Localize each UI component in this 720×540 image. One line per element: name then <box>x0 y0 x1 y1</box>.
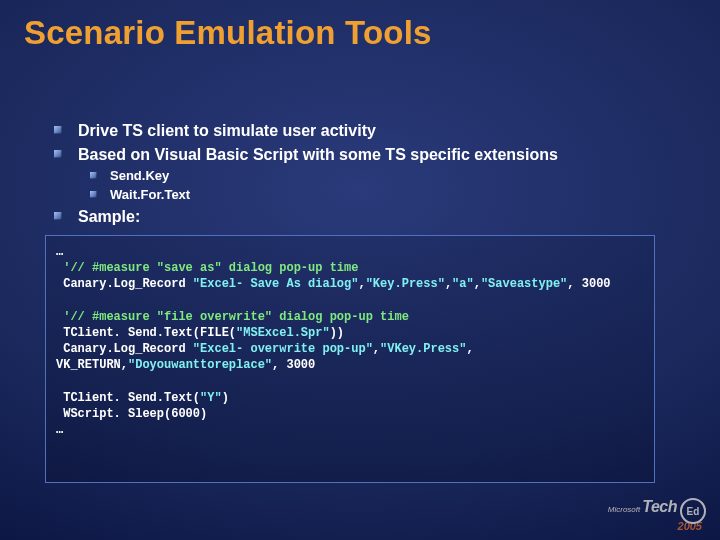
code-comment: '// #measure "file overwrite" dialog pop… <box>56 310 409 324</box>
code-text: , <box>445 277 452 291</box>
code-text: , <box>474 277 481 291</box>
bullet-l1: Sample: <box>54 206 680 228</box>
teched-logo: Microsoft Tech Ed 2005 <box>608 495 706 532</box>
code-text: , <box>373 342 380 356</box>
bullet-l2: Send.Key <box>90 167 680 185</box>
code-string: "a" <box>452 277 474 291</box>
code-string: "MSExcel.Spr" <box>236 326 330 340</box>
code-text: TClient. Send.Text(FILE( <box>56 326 236 340</box>
code-text: Canary.Log_Record <box>56 342 193 356</box>
code-string: "Key.Press" <box>366 277 445 291</box>
code-string: "Saveastype" <box>481 277 567 291</box>
code-text: , 3000 <box>272 358 315 372</box>
logo-top-row: Microsoft Tech Ed <box>608 495 706 521</box>
logo-microsoft: Microsoft <box>608 505 640 514</box>
code-string: "VKey.Press" <box>380 342 466 356</box>
code-text: , 3000 <box>567 277 610 291</box>
code-ellipsis: … <box>56 245 63 259</box>
code-text: )) <box>330 326 344 340</box>
code-string: "Y" <box>200 391 222 405</box>
code-comment: '// #measure "save as" dialog pop-up tim… <box>56 261 358 275</box>
code-sample-box: … '// #measure "save as" dialog pop-up t… <box>45 235 655 483</box>
logo-ed-circle: Ed <box>680 498 706 524</box>
code-text: , <box>358 277 365 291</box>
code-string: "Doyouwanttoreplace" <box>128 358 272 372</box>
bullet-list: Drive TS client to simulate user activit… <box>54 120 680 229</box>
bullet-l2: Wait.For.Text <box>90 186 680 204</box>
code-ellipsis: … <box>56 423 63 437</box>
code-text: WScript. Sleep(6000) <box>56 407 207 421</box>
code-text: TClient. Send.Text( <box>56 391 200 405</box>
bullet-l1: Based on Visual Basic Script with some T… <box>54 144 680 166</box>
slide-title: Scenario Emulation Tools <box>24 14 432 52</box>
bullet-l1: Drive TS client to simulate user activit… <box>54 120 680 142</box>
code-string: "Excel- Save As dialog" <box>193 277 359 291</box>
logo-tech: Tech <box>642 498 677 516</box>
code-text: ) <box>222 391 229 405</box>
code-text: Canary.Log_Record <box>56 277 193 291</box>
code-string: "Excel- overwrite pop-up" <box>193 342 373 356</box>
code-sample: … '// #measure "save as" dialog pop-up t… <box>56 244 644 438</box>
slide: Scenario Emulation Tools Drive TS client… <box>0 0 720 540</box>
